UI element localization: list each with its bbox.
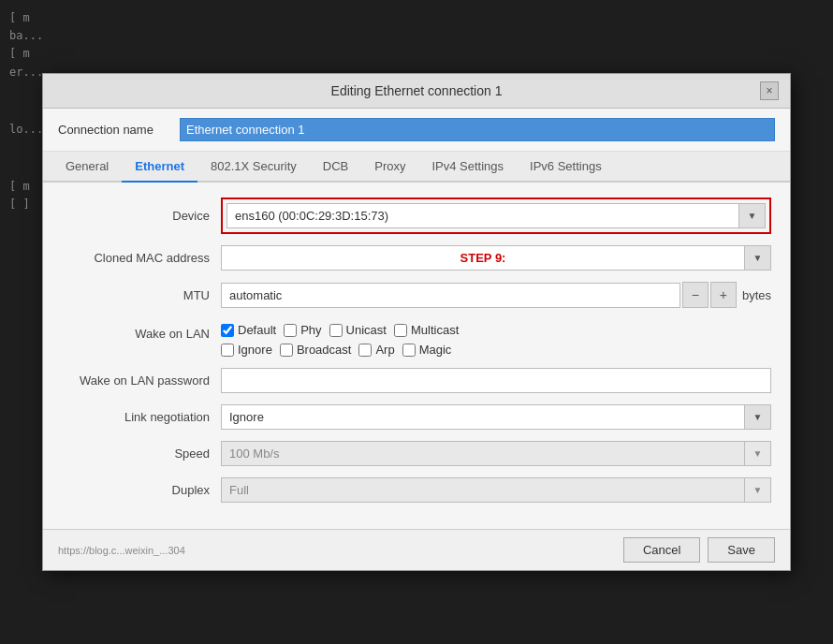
wake-broadcast-item: Broadcast xyxy=(280,343,352,357)
speed-arrow: ▼ xyxy=(744,442,770,465)
cloned-mac-row: Cloned MAC address STEP 9: ▼ xyxy=(62,245,771,271)
device-input[interactable] xyxy=(227,204,738,227)
cloned-mac-dropdown: STEP 9: ▼ xyxy=(221,245,771,271)
speed-label: Speed xyxy=(62,446,221,461)
connection-name-row: Connection name xyxy=(43,109,790,152)
wake-password-label: Wake on LAN password xyxy=(62,373,221,388)
wake-magic-item: Magic xyxy=(402,343,452,357)
mtu-input[interactable] xyxy=(221,283,680,308)
wake-on-lan-label: Wake on LAN xyxy=(62,323,221,341)
mtu-row: MTU − + bytes xyxy=(62,282,771,308)
wake-unicast-label: Unicast xyxy=(346,323,387,337)
wake-ignore-checkbox[interactable] xyxy=(221,344,234,357)
wake-broadcast-checkbox[interactable] xyxy=(280,344,293,357)
tabs-bar: General Ethernet 802.1X Security DCB Pro… xyxy=(43,152,790,183)
tab-proxy[interactable]: Proxy xyxy=(361,152,418,183)
wake-multicast-item: Multicast xyxy=(394,323,459,337)
mtu-label: MTU xyxy=(62,288,221,302)
dialog-titlebar: Editing Ethernet connection 1 × xyxy=(43,74,790,109)
mtu-plus-button[interactable]: + xyxy=(710,282,737,308)
mtu-minus-button[interactable]: − xyxy=(682,282,709,308)
wake-multicast-checkbox[interactable] xyxy=(394,324,407,337)
wake-row-1: Default Phy Unicast xyxy=(221,323,459,337)
wake-phy-checkbox[interactable] xyxy=(284,324,297,337)
mtu-input-group: − + bytes xyxy=(221,282,771,308)
device-dropdown-arrow[interactable]: ▼ xyxy=(738,204,765,227)
wake-ignore-item: Ignore xyxy=(221,343,272,357)
save-button[interactable]: Save xyxy=(708,537,775,563)
tab-ipv6[interactable]: IPv6 Settings xyxy=(517,152,615,183)
connection-name-label: Connection name xyxy=(58,123,180,137)
cloned-mac-dropdown-arrow[interactable]: ▼ xyxy=(744,246,770,270)
speed-row: Speed 100 Mb/s ▼ xyxy=(62,441,771,466)
close-button[interactable]: × xyxy=(760,81,779,100)
link-negotiation-arrow[interactable]: ▼ xyxy=(744,405,770,429)
wake-unicast-checkbox[interactable] xyxy=(329,324,343,337)
wake-arp-checkbox[interactable] xyxy=(358,344,372,357)
tab-802x[interactable]: 802.1X Security xyxy=(197,152,310,183)
tab-ipv4[interactable]: IPv4 Settings xyxy=(418,152,517,183)
link-negotiation-label: Link negotiation xyxy=(62,410,221,424)
dialog-overlay: Editing Ethernet connection 1 × Connecti… xyxy=(0,0,833,644)
device-row: Device ▼ xyxy=(62,198,771,234)
duplex-dropdown: Full ▼ xyxy=(221,477,771,503)
wake-broadcast-label: Broadcast xyxy=(297,343,352,357)
wake-default-item: Default xyxy=(221,323,276,337)
wake-unicast-item: Unicast xyxy=(329,323,387,337)
dialog-title: Editing Ethernet connection 1 xyxy=(73,83,760,98)
step-label: STEP 9: xyxy=(222,246,744,270)
wake-password-control xyxy=(221,368,771,393)
wake-ignore-label: Ignore xyxy=(238,343,272,357)
wake-arp-item: Arp xyxy=(358,343,394,357)
wake-row-2: Ignore Broadcast Arp xyxy=(221,343,459,357)
wake-magic-label: Magic xyxy=(419,343,452,357)
device-field-container: ▼ xyxy=(221,198,771,234)
wake-password-input[interactable] xyxy=(221,368,771,393)
duplex-row: Duplex Full ▼ xyxy=(62,477,771,503)
footer-url: https://blog.c...weixin_...304 xyxy=(58,545,616,556)
wake-phy-item: Phy xyxy=(284,323,321,337)
wake-default-label: Default xyxy=(238,323,276,337)
device-label: Device xyxy=(62,209,221,223)
cloned-mac-label: Cloned MAC address xyxy=(62,251,221,265)
content-area: Device ▼ Cloned MAC address STEP 9: ▼ xyxy=(43,183,790,529)
tab-dcb[interactable]: DCB xyxy=(310,152,361,183)
speed-value: 100 Mb/s xyxy=(222,442,744,465)
speed-dropdown: 100 Mb/s ▼ xyxy=(221,441,771,466)
wake-on-lan-row: Wake on LAN Default Phy xyxy=(62,319,771,357)
wake-password-row: Wake on LAN password xyxy=(62,368,771,393)
link-negotiation-row: Link negotiation Ignore ▼ xyxy=(62,404,771,430)
cancel-button[interactable]: Cancel xyxy=(623,537,700,563)
dialog-footer: https://blog.c...weixin_...304 Cancel Sa… xyxy=(43,529,790,570)
link-negotiation-value: Ignore xyxy=(222,405,744,429)
wake-default-checkbox[interactable] xyxy=(221,324,234,337)
tab-ethernet[interactable]: Ethernet xyxy=(122,152,197,183)
duplex-arrow: ▼ xyxy=(744,478,770,502)
wake-on-lan-control: Default Phy Unicast xyxy=(221,323,771,357)
wake-multicast-label: Multicast xyxy=(411,323,459,337)
duplex-control: Full ▼ xyxy=(221,477,771,503)
dialog: Editing Ethernet connection 1 × Connecti… xyxy=(42,73,791,571)
link-negotiation-dropdown: Ignore ▼ xyxy=(221,404,771,430)
duplex-label: Duplex xyxy=(62,483,221,497)
wake-magic-checkbox[interactable] xyxy=(402,344,416,357)
bytes-label: bytes xyxy=(742,288,771,302)
wake-phy-label: Phy xyxy=(300,323,321,337)
mtu-control: − + bytes xyxy=(221,282,771,308)
tab-general[interactable]: General xyxy=(52,152,122,183)
duplex-value: Full xyxy=(222,478,744,502)
speed-control: 100 Mb/s ▼ xyxy=(221,441,771,466)
wake-checkboxes-group: Default Phy Unicast xyxy=(221,323,459,357)
wake-arp-label: Arp xyxy=(375,343,394,357)
link-negotiation-control: Ignore ▼ xyxy=(221,404,771,430)
connection-name-input[interactable] xyxy=(180,118,775,141)
device-dropdown: ▼ xyxy=(227,203,766,228)
cloned-mac-control: STEP 9: ▼ xyxy=(221,245,771,271)
